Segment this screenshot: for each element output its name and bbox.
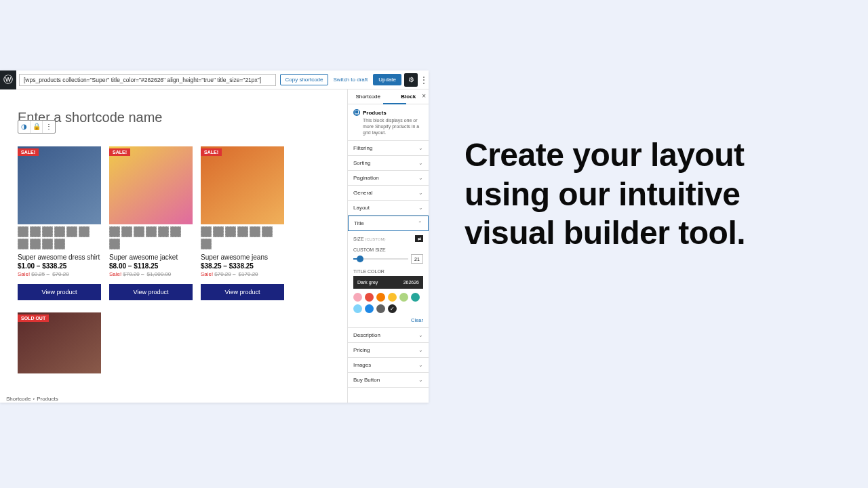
accordion-layout[interactable]: Layout⌄	[348, 201, 429, 216]
thumb[interactable]	[30, 239, 41, 249]
more-options-icon[interactable]: ⋮	[419, 75, 429, 85]
accordion-images[interactable]: Images⌄	[348, 358, 429, 373]
thumb[interactable]	[237, 226, 248, 237]
switch-to-draft-button[interactable]: Switch to draft	[330, 75, 372, 85]
thumb[interactable]	[54, 239, 65, 249]
thumb[interactable]	[18, 239, 28, 249]
swatch[interactable]	[388, 293, 397, 302]
lock-icon[interactable]: 🔒	[31, 121, 43, 133]
title-panel: SIZE (CUSTOM) ⇄ CUSTOM SIZE 21 TITLE COL…	[348, 231, 429, 328]
thumb[interactable]	[79, 226, 90, 237]
product-image[interactable]: SALE!	[201, 146, 284, 224]
editor-window: ⓦ [wps_products collection="Super" title…	[0, 70, 429, 403]
marketing-headline: Create your layout using our intuitive v…	[465, 136, 837, 253]
swatch[interactable]	[376, 293, 385, 302]
thumb[interactable]	[109, 239, 120, 249]
thumb[interactable]	[158, 226, 169, 237]
thumb[interactable]	[30, 226, 41, 237]
thumb[interactable]	[121, 226, 132, 237]
product-image[interactable]: SALE!	[18, 146, 101, 224]
thumb[interactable]	[66, 226, 77, 237]
thumb[interactable]	[225, 226, 236, 237]
clear-color-link[interactable]: Clear	[353, 317, 423, 323]
view-product-button[interactable]: View product	[18, 284, 101, 300]
tab-shortcode[interactable]: Shortcode	[348, 89, 389, 104]
product-card: SALE! Super awesome dress shirt $1.00 – …	[18, 146, 101, 300]
accordion-pricing[interactable]: Pricing⌄	[348, 343, 429, 358]
color-swatches	[353, 293, 423, 313]
copy-shortcode-button[interactable]: Copy shortcode	[280, 74, 328, 85]
product-card: SALE! Super awesome jeans $38.25 – $338.…	[201, 146, 284, 300]
swatch[interactable]	[365, 293, 374, 302]
thumb[interactable]	[146, 226, 157, 237]
thumb[interactable]	[201, 226, 212, 237]
breadcrumb[interactable]: Shortcode›Products	[4, 396, 60, 402]
accordion-buy-button[interactable]: Buy Button⌄	[348, 373, 429, 388]
wordpress-icon[interactable]: ⓦ	[0, 70, 16, 89]
products-block-icon: ❑	[353, 109, 360, 116]
swatch[interactable]	[353, 293, 362, 302]
thumb[interactable]	[262, 226, 273, 237]
view-product-button[interactable]: View product	[201, 284, 284, 300]
swatch[interactable]	[376, 304, 385, 313]
chevron-down-icon: ⌄	[418, 175, 423, 181]
swatch-selected[interactable]	[388, 304, 397, 313]
product-image[interactable]: SOLD OUT	[18, 312, 101, 373]
thumb[interactable]	[42, 239, 53, 249]
product-title: Super awesome dress shirt	[18, 253, 101, 261]
swatch[interactable]	[365, 304, 374, 313]
shortcode-input[interactable]: [wps_products collection="Super" title_c…	[19, 74, 276, 86]
chevron-up-icon: ⌃	[418, 220, 422, 226]
product-title: Super awesome jacket	[109, 253, 193, 261]
product-price: $1.00 – $338.25	[18, 262, 101, 270]
accordion-sorting[interactable]: Sorting⌄	[348, 156, 429, 171]
sale-badge: SALE!	[109, 148, 130, 156]
toolbar-more-icon[interactable]: ⋮	[43, 121, 55, 133]
size-label: SIZE (CUSTOM)	[353, 237, 385, 241]
update-button[interactable]: Update	[373, 74, 401, 85]
close-icon[interactable]: ×	[422, 92, 426, 100]
product-card: SOLD OUT	[18, 312, 101, 373]
selected-color[interactable]: Dark grey 262626	[353, 276, 423, 289]
sidebar-tabs: Shortcode Block ×	[348, 89, 429, 104]
thumb[interactable]	[201, 239, 212, 249]
accordion-pagination[interactable]: Pagination⌄	[348, 171, 429, 186]
thumb[interactable]	[54, 226, 65, 237]
chevron-down-icon: ⌄	[418, 145, 423, 151]
soldout-badge: SOLD OUT	[18, 314, 49, 322]
thumb[interactable]	[134, 226, 144, 237]
sale-badge: SALE!	[201, 148, 222, 156]
accordion-general[interactable]: General⌄	[348, 186, 429, 201]
block-description: This block displays one or more Shopify …	[363, 117, 423, 136]
block-toolbar: ◑ 🔒 ⋮	[18, 120, 56, 134]
swatch[interactable]	[399, 293, 408, 302]
shortcode-name-placeholder[interactable]: Enter a shortcode name	[18, 110, 335, 125]
product-image[interactable]: SALE!	[109, 146, 193, 224]
accordion-filtering[interactable]: Filtering⌄	[348, 141, 429, 156]
block-info: ❑Products This block displays one or mor…	[348, 104, 429, 141]
custom-size-label: CUSTOM SIZE	[353, 247, 423, 252]
size-value-input[interactable]: 21	[411, 254, 423, 264]
swatch[interactable]	[353, 304, 362, 313]
thumb[interactable]	[213, 226, 224, 237]
reset-size-icon[interactable]: ⇄	[415, 235, 423, 242]
thumb[interactable]	[109, 226, 120, 237]
product-thumbnails	[109, 226, 193, 249]
accordion-description[interactable]: Description⌄	[348, 328, 429, 343]
thumb[interactable]	[250, 226, 260, 237]
gear-icon[interactable]: ⚙	[404, 73, 418, 87]
accordion-title[interactable]: Title⌃	[348, 216, 429, 231]
chevron-down-icon: ⌄	[418, 205, 423, 211]
thumb[interactable]	[170, 226, 181, 237]
size-slider[interactable]	[353, 258, 408, 260]
swatch[interactable]	[411, 293, 420, 302]
thumb[interactable]	[42, 226, 53, 237]
block-icon[interactable]: ◑	[18, 121, 31, 133]
chevron-down-icon: ⌄	[418, 362, 423, 368]
product-thumbnails	[18, 226, 101, 249]
block-sidebar: Shortcode Block × ❑Products This block d…	[347, 89, 429, 403]
thumb[interactable]	[18, 226, 28, 237]
editor-topbar: ⓦ [wps_products collection="Super" title…	[0, 70, 429, 89]
product-card: SALE! Super awesome jacket $8.00 – $118.…	[109, 146, 193, 300]
view-product-button[interactable]: View product	[109, 284, 193, 300]
